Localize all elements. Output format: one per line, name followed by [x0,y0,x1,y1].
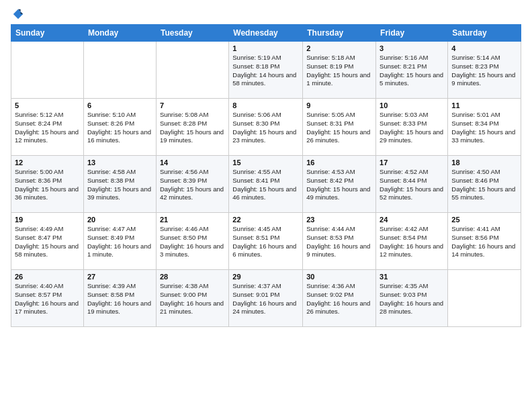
weekday-header-monday: Monday [83,25,156,42]
day-number: 7 [160,101,225,109]
day-number: 8 [232,101,299,109]
day-number: 2 [306,44,372,52]
day-info: Sunrise: 5:19 AM Sunset: 8:18 PM Dayligh… [232,54,299,88]
calendar-cell [83,42,156,99]
weekday-header-wednesday: Wednesday [229,25,303,42]
calendar-cell: 12Sunrise: 5:00 AM Sunset: 8:36 PM Dayli… [11,156,84,213]
weekday-header-tuesday: Tuesday [156,25,228,42]
weekday-header-saturday: Saturday [448,25,521,42]
day-info: Sunrise: 4:44 AM Sunset: 8:53 PM Dayligh… [306,225,372,259]
day-info: Sunrise: 5:06 AM Sunset: 8:30 PM Dayligh… [232,111,299,145]
day-info: Sunrise: 4:40 AM Sunset: 8:57 PM Dayligh… [15,282,80,316]
day-info: Sunrise: 4:36 AM Sunset: 9:02 PM Dayligh… [306,282,372,316]
day-number: 4 [451,44,517,52]
day-number: 11 [451,101,517,109]
calendar-cell: 6Sunrise: 5:10 AM Sunset: 8:26 PM Daylig… [83,99,156,156]
day-info: Sunrise: 5:03 AM Sunset: 8:33 PM Dayligh… [380,111,444,145]
calendar-cell: 21Sunrise: 4:46 AM Sunset: 8:50 PM Dayli… [156,213,228,270]
day-info: Sunrise: 4:42 AM Sunset: 8:54 PM Dayligh… [380,225,444,259]
day-number: 17 [380,158,444,167]
day-number: 26 [15,273,80,281]
weekday-header-thursday: Thursday [303,25,376,42]
day-info: Sunrise: 4:37 AM Sunset: 9:01 PM Dayligh… [232,282,299,316]
day-info: Sunrise: 5:18 AM Sunset: 8:19 PM Dayligh… [306,54,372,88]
day-number: 23 [306,216,372,224]
calendar-cell: 2Sunrise: 5:18 AM Sunset: 8:19 PM Daylig… [303,42,376,99]
calendar-cell: 4Sunrise: 5:14 AM Sunset: 8:23 PM Daylig… [448,42,521,99]
calendar-cell [448,270,521,327]
day-info: Sunrise: 4:47 AM Sunset: 8:49 PM Dayligh… [87,225,152,259]
day-number: 21 [160,216,225,224]
calendar-cell: 31Sunrise: 4:35 AM Sunset: 9:03 PM Dayli… [376,270,448,327]
calendar-header-row: SundayMondayTuesdayWednesdayThursdayFrid… [11,25,521,42]
week-row-5: 26Sunrise: 4:40 AM Sunset: 8:57 PM Dayli… [11,270,521,327]
day-info: Sunrise: 4:45 AM Sunset: 8:51 PM Dayligh… [232,225,299,259]
day-info: Sunrise: 4:52 AM Sunset: 8:44 PM Dayligh… [380,168,444,202]
day-number: 19 [15,216,80,224]
day-info: Sunrise: 4:46 AM Sunset: 8:50 PM Dayligh… [160,225,225,259]
calendar-cell: 10Sunrise: 5:03 AM Sunset: 8:33 PM Dayli… [376,99,448,156]
day-info: Sunrise: 4:39 AM Sunset: 8:58 PM Dayligh… [87,282,152,316]
day-info: Sunrise: 5:14 AM Sunset: 8:23 PM Dayligh… [451,54,517,88]
day-number: 24 [380,216,444,224]
calendar-cell: 15Sunrise: 4:55 AM Sunset: 8:41 PM Dayli… [229,156,303,213]
day-number: 1 [232,44,299,52]
day-number: 9 [306,101,372,109]
weekday-header-friday: Friday [376,25,448,42]
day-info: Sunrise: 4:55 AM Sunset: 8:41 PM Dayligh… [232,168,299,202]
calendar-cell: 22Sunrise: 4:45 AM Sunset: 8:51 PM Dayli… [229,213,303,270]
day-info: Sunrise: 5:01 AM Sunset: 8:34 PM Dayligh… [451,111,517,145]
header [11,8,521,20]
day-number: 29 [232,273,299,281]
calendar-cell: 11Sunrise: 5:01 AM Sunset: 8:34 PM Dayli… [448,99,521,156]
day-number: 15 [232,158,299,167]
calendar-cell: 26Sunrise: 4:40 AM Sunset: 8:57 PM Dayli… [11,270,84,327]
logo-icon [12,8,24,20]
day-number: 27 [87,273,152,281]
calendar-cell: 20Sunrise: 4:47 AM Sunset: 8:49 PM Dayli… [83,213,156,270]
day-number: 18 [451,158,517,167]
calendar-cell: 8Sunrise: 5:06 AM Sunset: 8:30 PM Daylig… [229,99,303,156]
day-number: 5 [15,101,80,109]
page: SundayMondayTuesdayWednesdayThursdayFrid… [0,0,532,411]
calendar-cell: 9Sunrise: 5:05 AM Sunset: 8:31 PM Daylig… [303,99,376,156]
day-number: 3 [380,44,444,52]
calendar-cell: 5Sunrise: 5:12 AM Sunset: 8:24 PM Daylig… [11,99,84,156]
calendar-table: SundayMondayTuesdayWednesdayThursdayFrid… [11,24,521,327]
day-number: 13 [87,158,152,167]
day-number: 20 [87,216,152,224]
calendar-cell [156,42,228,99]
week-row-1: 1Sunrise: 5:19 AM Sunset: 8:18 PM Daylig… [11,42,521,99]
day-info: Sunrise: 4:35 AM Sunset: 9:03 PM Dayligh… [380,282,444,316]
day-number: 10 [380,101,444,109]
calendar-cell: 29Sunrise: 4:37 AM Sunset: 9:01 PM Dayli… [229,270,303,327]
day-info: Sunrise: 5:08 AM Sunset: 8:28 PM Dayligh… [160,111,225,145]
calendar-cell [11,42,84,99]
calendar-cell: 7Sunrise: 5:08 AM Sunset: 8:28 PM Daylig… [156,99,228,156]
calendar-cell: 25Sunrise: 4:41 AM Sunset: 8:56 PM Dayli… [448,213,521,270]
day-number: 31 [380,273,444,281]
day-info: Sunrise: 5:12 AM Sunset: 8:24 PM Dayligh… [15,111,80,145]
day-info: Sunrise: 4:49 AM Sunset: 8:47 PM Dayligh… [15,225,80,259]
day-number: 28 [160,273,225,281]
day-info: Sunrise: 5:10 AM Sunset: 8:26 PM Dayligh… [87,111,152,145]
calendar-cell: 17Sunrise: 4:52 AM Sunset: 8:44 PM Dayli… [376,156,448,213]
calendar-cell: 18Sunrise: 4:50 AM Sunset: 8:46 PM Dayli… [448,156,521,213]
day-number: 25 [451,216,517,224]
calendar-cell: 19Sunrise: 4:49 AM Sunset: 8:47 PM Dayli… [11,213,84,270]
calendar-cell: 30Sunrise: 4:36 AM Sunset: 9:02 PM Dayli… [303,270,376,327]
calendar-cell: 28Sunrise: 4:38 AM Sunset: 9:00 PM Dayli… [156,270,228,327]
calendar-cell: 3Sunrise: 5:16 AM Sunset: 8:21 PM Daylig… [376,42,448,99]
day-info: Sunrise: 4:53 AM Sunset: 8:42 PM Dayligh… [306,168,372,202]
day-info: Sunrise: 5:00 AM Sunset: 8:36 PM Dayligh… [15,168,80,202]
week-row-2: 5Sunrise: 5:12 AM Sunset: 8:24 PM Daylig… [11,99,521,156]
calendar-cell: 13Sunrise: 4:58 AM Sunset: 8:38 PM Dayli… [83,156,156,213]
weekday-header-sunday: Sunday [11,25,84,42]
day-info: Sunrise: 5:05 AM Sunset: 8:31 PM Dayligh… [306,111,372,145]
calendar-cell: 24Sunrise: 4:42 AM Sunset: 8:54 PM Dayli… [376,213,448,270]
day-number: 14 [160,158,225,167]
day-info: Sunrise: 4:41 AM Sunset: 8:56 PM Dayligh… [451,225,517,259]
day-number: 12 [15,158,80,167]
calendar-cell: 14Sunrise: 4:56 AM Sunset: 8:39 PM Dayli… [156,156,228,213]
day-number: 16 [306,158,372,167]
